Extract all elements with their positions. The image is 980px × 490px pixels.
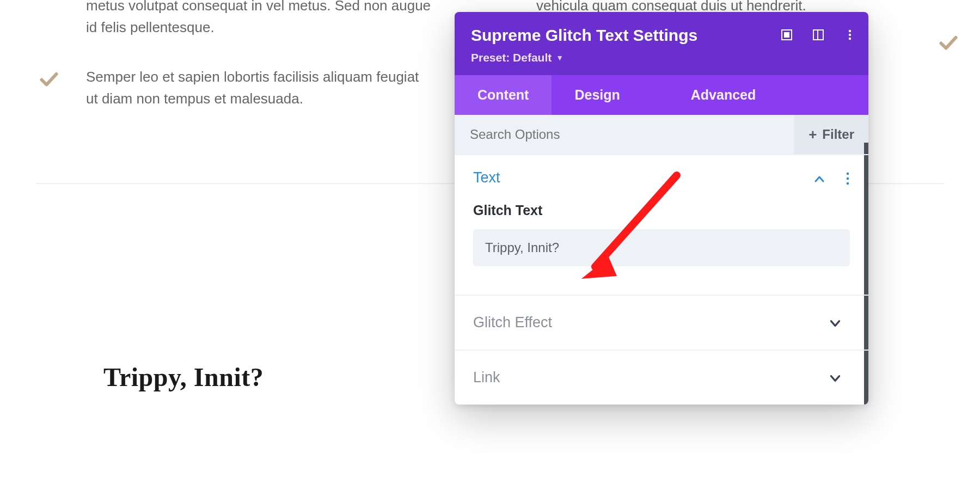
svg-point-7 (847, 173, 849, 175)
check-icon (39, 69, 59, 89)
section-glitch-effect[interactable]: Glitch Effect (455, 295, 868, 350)
chevron-up-icon[interactable] (813, 173, 826, 186)
paragraph-text: metus volutpat consequat in vel metus. S… (86, 0, 434, 39)
panel-header[interactable]: Supreme Glitch Text Settings Preset: Def… (455, 12, 868, 75)
panel-layout-icon[interactable] (812, 28, 825, 41)
search-options-input[interactable] (455, 115, 794, 154)
settings-tabs: Content Design Advanced (455, 75, 868, 115)
more-options-icon[interactable] (843, 28, 856, 41)
filter-button[interactable]: + Filter (794, 115, 868, 154)
plus-icon: + (808, 127, 817, 142)
section-text-title[interactable]: Text (473, 169, 850, 186)
section-link-title: Link (473, 369, 850, 386)
caret-down-icon: ▼ (556, 53, 564, 62)
svg-point-6 (849, 38, 851, 40)
section-more-icon[interactable] (846, 171, 850, 186)
glitch-text: Trippy, Innit? (103, 362, 264, 392)
svg-rect-1 (785, 33, 789, 37)
bullet-text: Semper leo et sapien lobortis facilisis … (86, 69, 419, 107)
preset-label: Preset: Default (471, 51, 552, 64)
svg-point-8 (847, 177, 849, 180)
svg-point-5 (849, 34, 851, 36)
chevron-down-icon (828, 316, 842, 330)
glitch-text-label: Glitch Text (473, 203, 850, 218)
section-text: Text Glitch Text (455, 154, 868, 295)
responsive-preview-icon[interactable] (780, 28, 793, 41)
tab-advanced[interactable]: Advanced (668, 75, 779, 115)
chevron-down-icon (828, 371, 842, 385)
tab-design[interactable]: Design (552, 75, 642, 115)
svg-point-4 (849, 30, 851, 32)
svg-point-9 (847, 182, 849, 185)
glitch-text-input[interactable] (473, 229, 850, 266)
filter-label: Filter (822, 127, 854, 142)
tab-content[interactable]: Content (455, 75, 552, 115)
check-icon (939, 33, 958, 52)
module-settings-panel: Supreme Glitch Text Settings Preset: Def… (455, 12, 868, 405)
section-glitch-effect-title: Glitch Effect (473, 314, 850, 331)
section-link[interactable]: Link (455, 350, 868, 405)
page-background-left: metus volutpat consequat in vel metus. S… (86, 0, 434, 109)
preset-selector[interactable]: Preset: Default ▼ (471, 51, 852, 64)
search-filter-row: + Filter (455, 115, 868, 154)
glitch-text-preview[interactable]: Trippy, Innit? (103, 362, 264, 392)
